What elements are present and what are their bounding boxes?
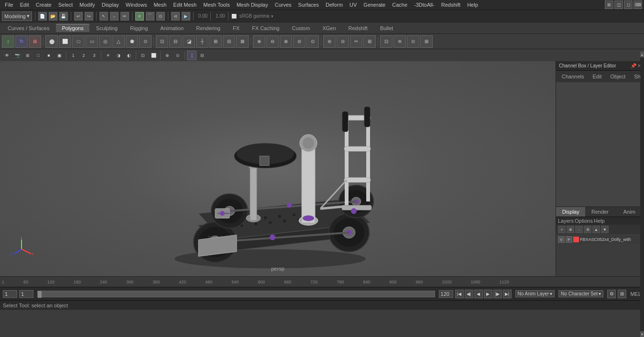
frame-current-input[interactable] [19,290,33,298]
poly-cone-icon[interactable]: △ [112,35,125,48]
tab-rendering[interactable]: Rendering [190,24,226,32]
char-set-selector[interactable]: No Character Set ▾ [558,290,603,297]
tab-custom[interactable]: Custom [286,24,316,32]
channel-tab-edit[interactable]: Edit [589,73,605,80]
poly-cylinder-icon[interactable]: ⬭ [72,35,85,48]
menu-item-mesh[interactable]: Mesh [151,2,169,8]
step-forward-button[interactable]: |▶ [493,290,502,298]
menu-item-uv[interactable]: UV [347,2,360,8]
menu-item-redshift[interactable]: Redshift [438,2,463,8]
view-icon[interactable]: 👁 [2,51,11,60]
layers-menu-options[interactable]: Options [575,218,593,224]
paint-icon[interactable]: ✏ [120,12,129,21]
snap-curve-icon[interactable]: ⌒ [146,12,154,21]
shaded-wire-icon[interactable]: ▣ [55,51,64,60]
tab-rigging[interactable]: Rigging [124,24,153,32]
poly-cube-icon[interactable]: ⬜ [59,35,71,48]
gate-mask-icon[interactable]: ⊟ [197,51,207,60]
menu-item-curves[interactable]: Curves [272,2,295,8]
poly-plane-icon[interactable]: ▭ [86,35,98,48]
connect-icon[interactable]: ⊟ [223,35,235,48]
timeline[interactable]: 1 60 120 180 240 300 360 420 480 540 600… [0,276,644,287]
status-icon-3[interactable]: ◻ [624,0,633,9]
xray-icon[interactable]: ⊙ [173,51,183,60]
frame-end-input[interactable] [439,290,453,298]
tab-bullet[interactable]: Bullet [374,24,399,32]
menu-item-deform[interactable]: Deform [323,2,346,8]
cam-icon[interactable]: 📷 [12,51,22,60]
fill-hole-icon[interactable]: ⊠ [236,35,249,48]
anim-layer-selector[interactable]: No Anim Layer ▾ [515,290,555,297]
menu-item-3dto[interactable]: -3DtoAll- [411,2,437,8]
select-mesh-icon[interactable]: ⊡ [380,35,393,48]
tab-sculpting[interactable]: Sculpting [90,24,123,32]
timeline-settings-icon[interactable]: ⚙ [607,290,616,298]
panel-icon[interactable]: ⬜ [149,51,158,60]
light-icon[interactable]: ☀ [103,51,113,60]
timeline-slider[interactable] [37,291,435,297]
ao-icon[interactable]: ◐ [124,51,134,60]
tab-xgen[interactable]: XGen [317,24,341,32]
layers-delete-icon[interactable]: - [575,226,583,233]
layers-menu-layers[interactable]: Layers [558,218,574,224]
channel-tab-channels[interactable]: Channels [558,73,588,80]
viewport[interactable]: persp X Y Z [0,61,556,276]
status-icon-2[interactable]: ◫ [614,0,623,9]
status-icon-4[interactable]: ⌨ [633,0,642,9]
play-forward-button[interactable]: ▶ [484,290,492,298]
timeline-menu-icon[interactable]: ⊞ [618,290,626,298]
grid-toggle-icon[interactable]: ⊞ [23,51,33,60]
play-back-button[interactable]: ◀ [474,290,483,298]
uv-layout-icon[interactable]: ⊝ [337,35,349,48]
layers-down-icon[interactable]: ▼ [601,226,609,233]
save-scene-icon[interactable]: 💾 [59,12,68,21]
uv-cut-icon[interactable]: ✂ [350,35,362,48]
uv-unfold-icon[interactable]: ⊜ [323,35,336,48]
separate-icon[interactable]: ⊖ [266,35,279,48]
deform-nonlinear-icon[interactable]: ≋ [393,35,406,48]
menu-item-mesh-display[interactable]: Mesh Display [234,2,271,8]
tab-redshift[interactable]: Redshift [343,24,373,32]
resolution-icon-2[interactable]: 2 [79,51,88,60]
layer-row[interactable]: V P FBXASC052x4_Dolly_with [557,235,643,244]
channel-tab-object[interactable]: Object [606,73,629,80]
go-start-button[interactable]: |◀ [455,290,464,298]
bevel-icon[interactable]: ◪ [183,35,195,48]
poly-pipe-icon[interactable]: ⊙ [139,35,152,48]
hud-icon[interactable]: ⌶ [187,51,196,60]
extrude-icon[interactable]: ⊡ [156,35,168,48]
soft-select-icon[interactable]: ⊙ [407,35,419,48]
poly-sphere-icon[interactable]: ⬤ [45,35,58,48]
scale-tool-icon[interactable]: ⊞ [29,35,41,48]
right-panel-scrollbar[interactable]: ▲ ▼ [640,52,644,337]
menu-item-display[interactable]: Display [99,2,122,8]
wireframe-icon[interactable]: □ [33,51,43,60]
poly-torus-icon[interactable]: ◎ [99,35,111,48]
layers-menu-help[interactable]: Help [594,218,605,224]
channel-box-pin[interactable]: 📌 [631,63,636,68]
insert-edge-icon[interactable]: ┼ [196,35,208,48]
layers-new-icon[interactable]: + [558,226,566,233]
status-icon-1[interactable]: ⊞ [605,0,613,9]
resolution-icon-3[interactable]: 3 [89,51,99,60]
snap-point-icon[interactable]: ⊙ [156,12,165,21]
uv-sew-icon[interactable]: ⊞ [363,35,376,48]
bridge-icon[interactable]: ⊟ [169,35,182,48]
menu-item-surfaces[interactable]: Surfaces [295,2,322,8]
smooth-icon[interactable]: ⊙ [306,35,319,48]
scroll-down-arrow[interactable]: ▼ [640,331,644,337]
tab-fx-caching[interactable]: FX Caching [246,24,285,32]
gamma-dropdown-arrow[interactable]: ▾ [271,14,273,19]
menu-item-create[interactable]: Create [33,2,55,8]
menu-item-modify[interactable]: Modify [76,2,98,8]
menu-item-cache[interactable]: Cache [389,2,410,8]
menu-item-file[interactable]: File [2,2,16,8]
symmetry-icon[interactable]: ⊞ [420,35,433,48]
layers-new2-icon[interactable]: ⊕ [567,226,574,233]
menu-item-generate[interactable]: Generate [360,2,388,8]
menu-item-mesh-tools[interactable]: Mesh Tools [200,2,232,8]
redo-icon[interactable]: ↪ [85,12,93,21]
history-icon[interactable]: ⊲ [171,12,180,21]
layers-up-icon[interactable]: ▲ [592,226,600,233]
menu-item-windows[interactable]: Windows [123,2,150,8]
